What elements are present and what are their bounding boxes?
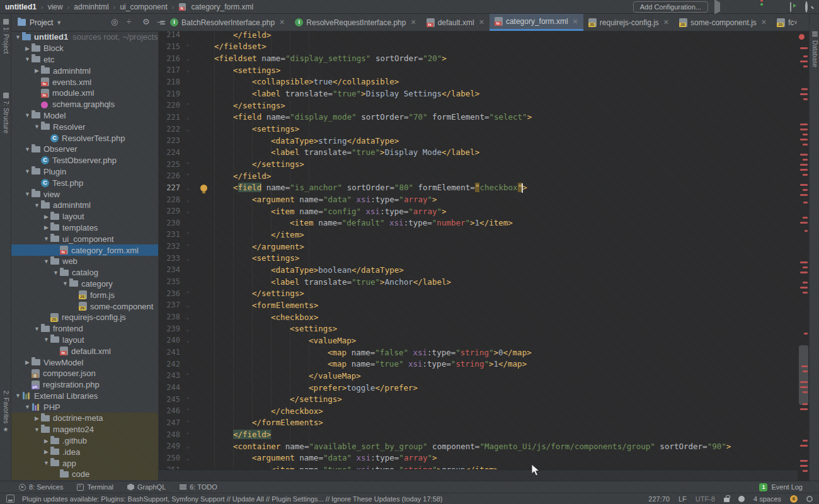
fold-marker[interactable]: ⌃ bbox=[180, 408, 195, 414]
editor-line[interactable]: 246⌃</checkbox> bbox=[159, 405, 798, 417]
fold-marker[interactable]: ⌃ bbox=[180, 231, 195, 238]
tree-item[interactable]: JSrequirejs-config.js bbox=[11, 312, 158, 323]
settings-gear-icon[interactable]: ⚙ bbox=[142, 18, 150, 26]
expand-arrow-icon[interactable]: ▶ bbox=[23, 45, 32, 52]
editor-line[interactable]: 223<dataType>string</dataType> bbox=[159, 135, 798, 147]
editor-tab[interactable]: IBatchResolverInterface.php✕ bbox=[165, 14, 290, 31]
tree-item[interactable]: ▼category bbox=[11, 278, 158, 290]
tree-item[interactable]: ▼etc bbox=[11, 54, 158, 66]
tree-item[interactable]: fxmodule.xml bbox=[11, 88, 158, 99]
collapse-arrow-icon[interactable]: ▼ bbox=[42, 258, 50, 265]
collapse-arrow-icon[interactable]: ▼ bbox=[23, 146, 32, 152]
locate-file-icon[interactable]: ◎ bbox=[111, 18, 118, 26]
toolwindow-button-project[interactable]: 1: Project bbox=[0, 19, 11, 54]
editor-line[interactable]: 231⌃</item> bbox=[159, 229, 798, 241]
editor-line[interactable]: 239⌄<settings> bbox=[159, 323, 798, 335]
editor-tab[interactable]: JSsome-component.js✕ bbox=[674, 14, 772, 31]
editor-line[interactable]: 232⌃</argument> bbox=[159, 241, 798, 253]
editor-line[interactable]: 235<label translate="true">Anchor</label… bbox=[159, 276, 798, 288]
tree-item[interactable]: ▼Model bbox=[11, 110, 158, 122]
collapse-arrow-icon[interactable]: ▼ bbox=[33, 427, 41, 433]
fold-marker[interactable]: ⌃ bbox=[180, 43, 195, 50]
toolwindow-button----services[interactable]: 8: Services bbox=[19, 483, 63, 491]
fold-marker[interactable]: ⌃ bbox=[180, 290, 195, 297]
fold-marker[interactable]: ⌄ bbox=[180, 443, 195, 449]
fold-marker[interactable]: ⌃ bbox=[180, 372, 195, 379]
fold-marker[interactable]: ⌄ bbox=[180, 114, 195, 120]
expand-arrow-icon[interactable]: ▶ bbox=[42, 214, 50, 220]
editor-line[interactable]: 230<item name="default" xsi:type="number… bbox=[159, 217, 798, 229]
expand-arrow-icon[interactable]: ▶ bbox=[33, 67, 41, 74]
tree-item[interactable]: fxevents.xml bbox=[11, 76, 158, 88]
inspection-status-icon[interactable] bbox=[799, 34, 805, 40]
fold-marker[interactable]: ⌃ bbox=[180, 420, 195, 426]
tree-item[interactable]: ▼ui_component bbox=[11, 233, 158, 244]
add-configuration-button[interactable]: Add Configuration... bbox=[633, 1, 708, 13]
tab-close-icon[interactable]: ✕ bbox=[279, 18, 285, 26]
tree-item[interactable]: ▶layout bbox=[11, 211, 158, 222]
background-tasks-icon[interactable] bbox=[806, 496, 813, 502]
tree-item[interactable]: ▼PHP bbox=[11, 401, 158, 413]
expand-arrow-icon[interactable]: ▶ bbox=[33, 415, 41, 421]
tree-item[interactable]: JSsome-component bbox=[11, 301, 158, 312]
tree-item[interactable]: CTestObserver.php bbox=[11, 155, 158, 166]
file-encoding[interactable]: UTF-8 bbox=[696, 495, 715, 503]
tree-item[interactable]: ▼frontend bbox=[11, 323, 158, 335]
tree-item[interactable]: ▼view bbox=[11, 188, 158, 200]
inspections-profile-icon[interactable] bbox=[738, 496, 745, 502]
debug-icon[interactable] bbox=[730, 3, 738, 11]
line-ending[interactable]: LF bbox=[679, 495, 687, 503]
fold-marker[interactable]: ⌃ bbox=[180, 102, 195, 108]
editor-line[interactable]: 221⌄<field name="display_mode" sortOrder… bbox=[159, 112, 798, 123]
fold-marker[interactable]: ⌄ bbox=[180, 455, 195, 461]
fold-marker[interactable]: ⌄ bbox=[180, 185, 195, 191]
fold-marker[interactable]: ⌃ bbox=[180, 161, 195, 168]
tab-close-icon[interactable]: ✕ bbox=[761, 18, 767, 26]
profiler-icon[interactable] bbox=[745, 3, 753, 11]
fold-marker[interactable]: ⌄ bbox=[180, 197, 195, 203]
editor-line[interactable]: 250⌄<argument name="data" xsi:type="arra… bbox=[159, 452, 798, 464]
fold-marker[interactable]: ⌄ bbox=[180, 326, 195, 332]
breadcrumb-item[interactable]: category_form.xml bbox=[191, 3, 253, 11]
tree-item[interactable]: ▼magento24 bbox=[11, 424, 158, 435]
coverage-icon[interactable] bbox=[760, 3, 769, 11]
editor-line[interactable]: 218<collapsible>true</collapsible> bbox=[159, 76, 798, 88]
code-editor[interactable]: 214</field>215⌃</fieldset>216⌄<fieldset … bbox=[159, 32, 798, 469]
tree-item[interactable]: ▶.github bbox=[11, 435, 158, 447]
tree-item[interactable]: ▶ViewModel bbox=[11, 357, 158, 368]
collapse-arrow-icon[interactable]: ▼ bbox=[52, 270, 60, 276]
collapse-arrow-icon[interactable]: ▼ bbox=[61, 280, 69, 287]
tree-item[interactable]: ▼app bbox=[11, 457, 158, 469]
editor-line[interactable]: 238⌄<checkbox> bbox=[159, 311, 798, 323]
fold-marker[interactable]: ⌃ bbox=[180, 173, 195, 179]
collapse-arrow-icon[interactable]: ▼ bbox=[33, 202, 41, 209]
editor-line[interactable]: 241<map name="false" xsi:type="string">0… bbox=[159, 346, 798, 358]
run-icon[interactable] bbox=[714, 3, 723, 11]
tree-item[interactable]: CResolverTest.php bbox=[11, 132, 158, 144]
breadcrumb-item[interactable]: untitled1 bbox=[5, 3, 37, 11]
chevron-down-icon[interactable]: ▼ bbox=[56, 20, 62, 26]
editor-tab[interactable]: JSrequirejs-config.js✕ bbox=[583, 14, 674, 31]
collapse-arrow-icon[interactable]: ▼ bbox=[42, 460, 50, 466]
tab-close-icon[interactable]: ✕ bbox=[479, 18, 484, 26]
collapse-arrow-icon[interactable]: ▼ bbox=[42, 336, 50, 343]
toolwindow-button-terminal[interactable]: Terminal bbox=[77, 483, 113, 491]
tree-item[interactable]: ▼layout bbox=[11, 335, 158, 346]
editor-line[interactable]: 248⌃</field> bbox=[159, 428, 798, 440]
editor-line[interactable]: 251<item name="type" xsi:type="string">g… bbox=[159, 464, 798, 469]
breadcrumb-item[interactable]: view bbox=[48, 3, 63, 11]
fold-marker[interactable]: ⌄ bbox=[180, 55, 195, 62]
hidden-tabs-chevron-icon[interactable]: ∨ bbox=[793, 19, 798, 25]
editor-line[interactable]: 228⌄<argument name="data" xsi:type="arra… bbox=[159, 193, 798, 205]
collapse-arrow-icon[interactable]: ▼ bbox=[23, 404, 32, 410]
toolwindow-button-database[interactable]: Database bbox=[810, 32, 819, 67]
editor-line[interactable]: 244<prefer>toggle</prefer> bbox=[159, 382, 798, 394]
editor-line[interactable]: 220⌃</settings> bbox=[159, 100, 798, 112]
intention-bulb-icon[interactable] bbox=[200, 185, 207, 192]
collapse-arrow-icon[interactable]: ▼ bbox=[23, 191, 32, 197]
editor-tab[interactable]: solverTest.php✕ bbox=[159, 14, 165, 31]
editor-tab[interactable]: fxdefault.xml✕ bbox=[421, 14, 490, 31]
search-everywhere-icon[interactable] bbox=[805, 3, 814, 11]
scrollbar-thumb[interactable] bbox=[799, 345, 808, 405]
collapse-arrow-icon[interactable]: ▼ bbox=[14, 34, 22, 40]
